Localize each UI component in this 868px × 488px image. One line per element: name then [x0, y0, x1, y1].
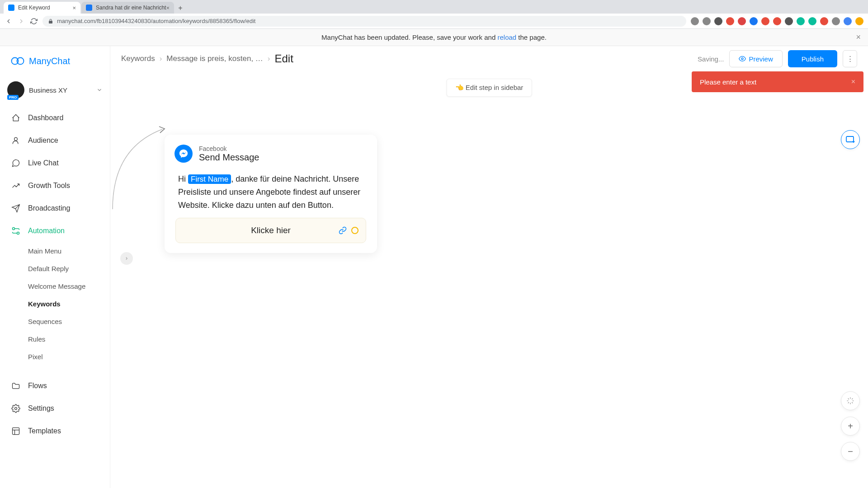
- extension-icon[interactable]: [761, 17, 769, 25]
- sidebar-item-audience[interactable]: Audience: [0, 129, 110, 152]
- home-icon: [11, 113, 21, 123]
- gear-icon: [11, 404, 21, 413]
- subnav-sequences[interactable]: Sequences: [28, 313, 110, 330]
- connector-arrow: [110, 121, 169, 211]
- automation-icon: [11, 226, 21, 236]
- node-title: Send Message: [199, 152, 259, 163]
- more-button[interactable]: ⋮: [843, 50, 857, 67]
- subnav-main-menu[interactable]: Main Menu: [28, 242, 110, 260]
- message-button[interactable]: Klicke hier: [175, 218, 366, 243]
- sidebar-item-dashboard[interactable]: Dashboard: [0, 107, 110, 129]
- sidebar-item-broadcasting[interactable]: Broadcasting: [0, 197, 110, 220]
- chevron-right-icon: ›: [268, 54, 270, 63]
- sidebar-item-settings[interactable]: Settings: [0, 397, 110, 420]
- sidebar-item-automation[interactable]: Automation: [0, 220, 110, 242]
- sidebar: ManyChat PRO Business XY Dashboard Audie…: [0, 46, 110, 488]
- extension-icon[interactable]: [691, 17, 699, 25]
- sidebar-item-label: Automation: [28, 227, 65, 235]
- subnav-pixel[interactable]: Pixel: [28, 348, 110, 366]
- extension-icon[interactable]: [738, 17, 746, 25]
- favicon-icon: [86, 5, 92, 11]
- chat-icon: [11, 158, 21, 168]
- auto-arrange-button[interactable]: [841, 391, 860, 410]
- sidebar-item-flows[interactable]: Flows: [0, 375, 110, 397]
- subnav-welcome-message[interactable]: Welcome Message: [28, 277, 110, 295]
- extension-icon[interactable]: [726, 17, 734, 25]
- message-button-label: Klicke hier: [251, 225, 291, 235]
- brand-logo[interactable]: ManyChat: [0, 54, 110, 78]
- zoom-tools: + −: [841, 391, 860, 461]
- close-icon[interactable]: ×: [856, 33, 861, 42]
- back-button[interactable]: [5, 17, 13, 25]
- browser-tab[interactable]: Sandra hat dir eine Nachricht ×: [81, 2, 174, 14]
- saving-status: Saving...: [698, 55, 724, 63]
- url-text: manychat.com/fb181039443240830/automatio…: [57, 18, 255, 24]
- tab-title: Edit Keyword: [18, 5, 50, 11]
- address-bar[interactable]: manychat.com/fb181039443240830/automatio…: [42, 16, 686, 27]
- sidebar-item-label: Audience: [28, 136, 58, 145]
- zoom-in-button[interactable]: +: [841, 417, 860, 436]
- collapse-handle[interactable]: [120, 252, 133, 265]
- bottom-nav: Flows Settings Templates: [0, 375, 110, 442]
- zoom-out-button[interactable]: −: [841, 442, 860, 461]
- tab-title: Sandra hat dir eine Nachricht: [96, 5, 166, 11]
- subnav-keywords[interactable]: Keywords: [28, 295, 110, 313]
- account-switcher[interactable]: PRO Business XY: [0, 78, 110, 107]
- reload-link[interactable]: reload: [497, 33, 516, 41]
- extension-icon[interactable]: [703, 17, 711, 25]
- extension-icon[interactable]: [750, 17, 758, 25]
- sidebar-item-label: Flows: [28, 382, 47, 390]
- automation-subnav: Main Menu Default Reply Welcome Message …: [0, 242, 110, 366]
- extension-icon[interactable]: [808, 17, 816, 25]
- extension-icon[interactable]: [797, 17, 805, 25]
- flow-canvas[interactable]: Facebook Send Message Hi First Name, dan…: [110, 71, 868, 488]
- status-ring-icon: [351, 227, 359, 234]
- message-body[interactable]: Hi First Name, danke für deine Nachricht…: [175, 171, 367, 243]
- main-area: Keywords › Message is preis, kosten, … ›…: [110, 46, 868, 488]
- send-icon: [11, 203, 21, 213]
- variable-chip[interactable]: First Name: [188, 174, 231, 184]
- publish-button[interactable]: Publish: [788, 50, 837, 67]
- extension-icon[interactable]: [785, 17, 793, 25]
- send-message-node[interactable]: Facebook Send Message Hi First Name, dan…: [165, 135, 377, 253]
- breadcrumb-link[interactable]: Keywords: [121, 54, 155, 63]
- svg-point-5: [15, 408, 17, 410]
- avatar-icon[interactable]: [855, 17, 863, 25]
- close-icon[interactable]: ×: [166, 5, 170, 11]
- pro-badge: PRO: [7, 95, 19, 100]
- svg-point-7: [741, 58, 743, 60]
- breadcrumb-link[interactable]: Message is preis, kosten, …: [166, 54, 263, 63]
- add-step-button[interactable]: [841, 130, 860, 149]
- message-text: Hi First Name, danke für deine Nachricht…: [175, 173, 366, 218]
- main-nav: Dashboard Audience Live Chat Growth Tool…: [0, 107, 110, 242]
- sidebar-item-label: Growth Tools: [28, 182, 70, 190]
- extension-icon[interactable]: [820, 17, 828, 25]
- browser-tab-active[interactable]: Edit Keyword ×: [4, 2, 80, 14]
- sidebar-item-livechat[interactable]: Live Chat: [0, 152, 110, 174]
- users-icon: [11, 136, 21, 145]
- extension-icon[interactable]: [832, 17, 840, 25]
- subnav-rules[interactable]: Rules: [28, 330, 110, 348]
- sidebar-item-templates[interactable]: Templates: [0, 420, 110, 442]
- templates-icon: [11, 426, 21, 436]
- svg-rect-8: [846, 136, 854, 142]
- sidebar-item-growthtools[interactable]: Growth Tools: [0, 174, 110, 197]
- extension-icon[interactable]: [773, 17, 781, 25]
- subnav-default-reply[interactable]: Default Reply: [28, 260, 110, 277]
- extension-icon[interactable]: [714, 17, 722, 25]
- svg-rect-6: [13, 428, 19, 435]
- close-icon[interactable]: ×: [72, 5, 76, 11]
- browser-toolbar: manychat.com/fb181039443240830/automatio…: [0, 14, 868, 29]
- reload-button[interactable]: [30, 17, 38, 25]
- forward-button[interactable]: [17, 17, 25, 25]
- svg-point-3: [13, 228, 15, 230]
- preview-button[interactable]: Preview: [729, 50, 782, 67]
- node-header: Facebook Send Message: [175, 145, 367, 163]
- chevron-right-icon: ›: [160, 54, 162, 63]
- breadcrumb: Keywords › Message is preis, kosten, … ›…: [121, 52, 293, 65]
- sidebar-item-label: Dashboard: [28, 114, 63, 122]
- banner-text: ManyChat has been updated. Please, save …: [321, 33, 547, 41]
- extension-icon[interactable]: [844, 17, 852, 25]
- new-tab-button[interactable]: +: [175, 3, 186, 14]
- eye-icon: [739, 55, 746, 62]
